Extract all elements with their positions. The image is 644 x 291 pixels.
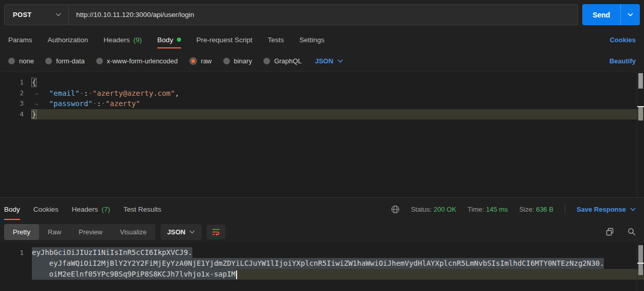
save-response-label: Save Response xyxy=(577,206,626,213)
response-line-2: eyJfaWQiOiI2MjBlY2Y2Y2FiMjEyYzA0NjE1Yjdm… xyxy=(0,258,644,269)
colon: : xyxy=(97,99,101,108)
json-key-password: "password" xyxy=(49,99,93,108)
headers-count-badge: (7) xyxy=(102,206,111,213)
indent-guide xyxy=(32,89,49,99)
json-value-email: "azerty@azerty.com" xyxy=(93,89,175,97)
size-badge: Size: 636 B xyxy=(519,206,553,213)
postman-window: POST Send Params Authorization xyxy=(0,0,644,291)
radio-x-www-form-urlencoded[interactable]: x-www-form-urlencoded xyxy=(96,57,178,65)
tab-label: Pre-request Script xyxy=(196,36,253,44)
chevron-down-icon xyxy=(189,230,195,234)
tab-label: Cookies xyxy=(33,206,59,213)
response-toolbar: Pretty Raw Preview Visualize JSON xyxy=(0,220,644,243)
body-content-dot xyxy=(177,38,181,42)
selected-text: eyJfaWQiOiI2MjBlY2Y2Y2FiMjEyYzA0NjE1Yjdm… xyxy=(32,258,604,269)
view-visualize[interactable]: Visualize xyxy=(111,224,155,240)
send-group: Send xyxy=(582,4,640,25)
cursor-marker xyxy=(637,263,644,264)
radio-none[interactable]: none xyxy=(8,57,34,65)
copy-icon[interactable] xyxy=(606,228,614,236)
response-actions xyxy=(606,228,636,236)
network-globe-icon[interactable] xyxy=(391,205,400,214)
view-pretty[interactable]: Pretty xyxy=(4,224,39,240)
body-language-dropdown[interactable]: JSON xyxy=(315,57,343,65)
cookies-link[interactable]: Cookies xyxy=(610,36,636,44)
close-brace: } xyxy=(32,110,36,118)
selected-text: eyJhbGciOiJIUzI1NiIsInR5cCI6IkpXVCJ9. xyxy=(32,247,192,258)
url-group: POST xyxy=(4,4,578,25)
code-line-1: 1 { xyxy=(0,77,644,88)
response-tab-cookies[interactable]: Cookies xyxy=(33,198,59,221)
tab-label: Tests xyxy=(267,36,284,44)
line-number xyxy=(0,258,32,269)
tab-body[interactable]: Body xyxy=(157,29,181,50)
method-dropdown[interactable]: POST xyxy=(5,5,69,25)
line-number: 4 xyxy=(0,109,32,120)
radio-icon xyxy=(8,58,15,64)
radio-graphql[interactable]: GraphQL xyxy=(263,57,301,65)
method-label: POST xyxy=(13,11,32,19)
json-value-password: "azerty" xyxy=(105,99,140,108)
response-tab-headers[interactable]: Headers (7) xyxy=(72,198,111,221)
chevron-down-icon xyxy=(56,13,61,16)
tab-authorization[interactable]: Authorization xyxy=(48,29,88,50)
language-label: JSON xyxy=(167,228,185,236)
tab-pre-request-script[interactable]: Pre-request Script xyxy=(196,29,253,50)
save-response-dropdown[interactable]: Save Response xyxy=(577,206,636,213)
request-bar: POST Send xyxy=(0,0,644,29)
text-cursor xyxy=(236,270,237,279)
view-preview[interactable]: Preview xyxy=(70,224,111,240)
wrap-line-button[interactable] xyxy=(207,225,225,239)
response-tab-body[interactable]: Body xyxy=(4,198,20,221)
open-brace: { xyxy=(32,78,36,87)
radio-form-data[interactable]: form-data xyxy=(45,57,85,65)
url-input[interactable] xyxy=(69,11,578,19)
tab-label: Test Results xyxy=(123,206,162,213)
search-icon[interactable] xyxy=(628,228,636,236)
radio-binary[interactable]: binary xyxy=(223,57,252,65)
response-tab-test-results[interactable]: Test Results xyxy=(123,198,162,221)
tab-headers[interactable]: Headers (9) xyxy=(103,29,142,50)
whitespace-dot xyxy=(88,88,92,99)
tab-tests[interactable]: Tests xyxy=(267,29,284,50)
response-scrollbar[interactable] xyxy=(637,243,644,291)
chevron-down-icon xyxy=(337,59,343,63)
tab-label: Settings xyxy=(299,36,325,44)
request-body-editor[interactable]: 1 { 2 "email":"azerty@azerty.com", 3 "pa… xyxy=(0,72,644,197)
code-line-3: 3 "password":"azerty" xyxy=(0,98,644,109)
send-options-button[interactable] xyxy=(620,4,640,25)
line-number: 1 xyxy=(0,77,32,88)
radio-icon xyxy=(263,58,270,64)
tab-label: Authorization xyxy=(48,36,88,44)
whitespace-dot xyxy=(80,88,84,99)
response-view-switch: Pretty Raw Preview Visualize xyxy=(4,224,155,240)
radio-raw[interactable]: raw xyxy=(189,57,212,65)
whitespace-dot xyxy=(101,98,105,109)
indent-guide xyxy=(32,99,49,110)
response-line-3: oiM2eElnf05YPc9BSq9PiP8S8KCJh7lvhjo1x-sa… xyxy=(0,269,644,280)
response-language-dropdown[interactable]: JSON xyxy=(160,224,202,240)
radio-label: x-www-form-urlencoded xyxy=(107,57,178,65)
chevron-down-icon xyxy=(630,208,636,211)
response-line-1: 1 eyJhbGciOiJIUzI1NiIsInR5cCI6IkpXVCJ9. xyxy=(0,247,644,258)
radio-selected-icon xyxy=(189,57,197,65)
view-raw[interactable]: Raw xyxy=(39,224,70,240)
line-number: 2 xyxy=(0,88,32,99)
response-body-viewer[interactable]: 1 eyJhbGciOiJIUzI1NiIsInR5cCI6IkpXVCJ9. … xyxy=(0,243,644,291)
radio-label: raw xyxy=(201,57,212,65)
editor-scrollbar[interactable] xyxy=(637,72,644,197)
line-number: 3 xyxy=(0,98,32,109)
beautify-link[interactable]: Beautify xyxy=(610,57,636,65)
response-meta: Status: 200 OK Time: 145 ms Size: 636 B … xyxy=(391,204,636,214)
send-button[interactable]: Send xyxy=(582,4,620,25)
scrollbar-thumb[interactable] xyxy=(638,245,643,275)
scrollbar-thumb[interactable] xyxy=(638,73,643,89)
tab-label: Headers xyxy=(72,206,98,213)
body-type-row: none form-data x-www-form-urlencoded raw… xyxy=(0,50,644,72)
divider xyxy=(565,204,565,214)
tab-settings[interactable]: Settings xyxy=(299,29,325,50)
headers-count-badge: (9) xyxy=(133,36,142,44)
tab-params[interactable]: Params xyxy=(8,29,32,50)
language-label: JSON xyxy=(315,57,333,65)
tab-label: Params xyxy=(8,36,32,44)
